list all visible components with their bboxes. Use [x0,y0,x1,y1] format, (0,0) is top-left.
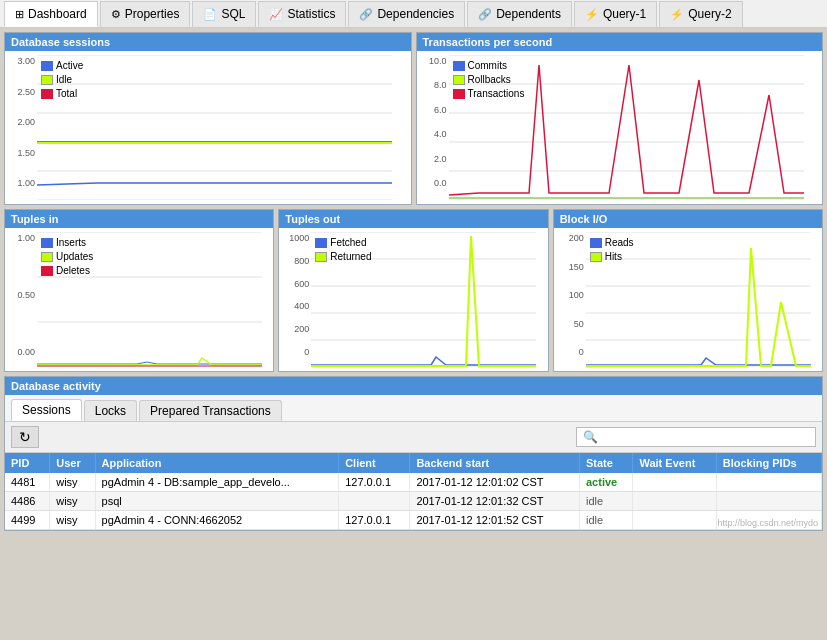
sessions-table: PID User Application Client Backend star… [5,453,822,530]
dependencies-icon: 🔗 [359,8,373,21]
table-container: PID User Application Client Backend star… [5,453,822,530]
db-sessions-legend: Active Idle Total [41,59,83,101]
col-blocking-pids: Blocking PIDs [716,453,821,473]
tuples-out-panel: Tuples out 1000 800 600 400 200 0 [278,209,548,372]
table-header-row: PID User Application Client Backend star… [5,453,822,473]
table-row[interactable]: 4481 wisy pgAdmin 4 - DB:sample_app_deve… [5,473,822,492]
col-application: Application [95,453,339,473]
tab-statistics[interactable]: 📈 Statistics [258,1,346,27]
tab-dashboard-label: Dashboard [28,7,87,21]
transactions-panel: Transactions per second 10.0 8.0 6.0 4.0… [416,32,824,205]
transactions-legend: Commits Rollbacks Transactions [453,59,525,101]
tab-statistics-label: Statistics [287,7,335,21]
db-sessions-panel: Database sessions 3.00 2.50 2.00 1.50 1.… [4,32,412,205]
cell-user: wisy [50,492,95,511]
tuples-in-chart: 1.00 0.50 0.00 [9,232,269,367]
cell-wait-event [633,511,716,530]
tab-prepared-transactions[interactable]: Prepared Transactions [139,400,282,421]
sql-icon: 📄 [203,8,217,21]
legend-idle: Idle [41,73,83,87]
cell-wait-event [633,473,716,492]
tab-sql-label: SQL [221,7,245,21]
col-user: User [50,453,95,473]
tab-sessions[interactable]: Sessions [11,399,82,421]
transactions-y-axis: 10.0 8.0 6.0 4.0 2.0 0.0 [421,55,449,200]
activity-title: Database activity [5,377,822,395]
activity-section: Database activity Sessions Locks Prepare… [4,376,823,531]
tab-query2[interactable]: ⚡ Query-2 [659,1,742,27]
block-io-chart: 200 150 100 50 0 [558,232,818,367]
tab-sql[interactable]: 📄 SQL [192,1,256,27]
tab-properties[interactable]: ⚙ Properties [100,1,191,27]
refresh-button[interactable]: ↻ [11,426,39,448]
cell-user: wisy [50,473,95,492]
block-io-legend: Reads Hits [590,236,634,264]
table-row[interactable]: 4486 wisy psql 2017-01-12 12:01:32 CST i… [5,492,822,511]
db-sessions-chart: 3.00 2.50 2.00 1.50 1.00 [9,55,407,200]
legend-active: Active [41,59,83,73]
cell-state: active [580,473,633,492]
dependents-icon: 🔗 [478,8,492,21]
tab-query1-label: Query-1 [603,7,646,21]
top-charts-row: Database sessions 3.00 2.50 2.00 1.50 1.… [4,32,823,205]
legend-total-label: Total [56,87,77,101]
tab-locks[interactable]: Locks [84,400,137,421]
legend-idle-label: Idle [56,73,72,87]
cell-backend-start: 2017-01-12 12:01:32 CST [410,492,580,511]
search-input[interactable] [598,430,809,444]
col-backend-start: Backend start [410,453,580,473]
statistics-icon: 📈 [269,8,283,21]
col-state: State [580,453,633,473]
tab-query1[interactable]: ⚡ Query-1 [574,1,657,27]
cell-wait-event [633,492,716,511]
table-row[interactable]: 4499 wisy pgAdmin 4 - CONN:4662052 127.0… [5,511,822,530]
properties-icon: ⚙ [111,8,121,21]
cell-pid: 4481 [5,473,50,492]
legend-active-color [41,61,53,71]
tuples-out-body: 1000 800 600 400 200 0 [279,228,547,371]
transactions-body: 10.0 8.0 6.0 4.0 2.0 0.0 [417,51,823,204]
transactions-chart: 10.0 8.0 6.0 4.0 2.0 0.0 [421,55,819,200]
tuples-in-legend: Inserts Updates Deletes [41,236,93,278]
watermark: http://blog.csdn.net/mydo [717,518,818,528]
db-sessions-svg [37,55,392,200]
cell-client [339,492,410,511]
dashboard-icon: ⊞ [15,8,24,21]
cell-pid: 4486 [5,492,50,511]
col-pid: PID [5,453,50,473]
cell-blocking-pids [716,492,821,511]
tab-query2-label: Query-2 [688,7,731,21]
tab-dependencies-label: Dependencies [377,7,454,21]
cell-backend-start: 2017-01-12 12:01:52 CST [410,511,580,530]
cell-state: idle [580,511,633,530]
tab-dashboard[interactable]: ⊞ Dashboard [4,1,98,27]
col-client: Client [339,453,410,473]
tab-dependents[interactable]: 🔗 Dependents [467,1,572,27]
tab-properties-label: Properties [125,7,180,21]
col-wait-event: Wait Event [633,453,716,473]
cell-application: pgAdmin 4 - DB:sample_app_develo... [95,473,339,492]
legend-active-label: Active [56,59,83,73]
query1-icon: ⚡ [585,8,599,21]
tuples-out-y-axis: 1000 800 600 400 200 0 [283,232,311,367]
block-io-panel: Block I/O 200 150 100 50 0 [553,209,823,372]
cell-client: 127.0.0.1 [339,511,410,530]
cell-backend-start: 2017-01-12 12:01:02 CST [410,473,580,492]
legend-total: Total [41,87,83,101]
block-io-y-axis: 200 150 100 50 0 [558,232,586,367]
cell-client: 127.0.0.1 [339,473,410,492]
activity-toolbar: ↻ 🔍 [5,422,822,453]
block-io-body: 200 150 100 50 0 [554,228,822,371]
activity-tabs-bar: Sessions Locks Prepared Transactions [5,395,822,422]
tab-dependencies[interactable]: 🔗 Dependencies [348,1,465,27]
tuples-out-title: Tuples out [279,210,547,228]
main-content: Database sessions 3.00 2.50 2.00 1.50 1.… [0,28,827,535]
nav-bar: ⊞ Dashboard ⚙ Properties 📄 SQL 📈 Statist… [0,0,827,28]
mid-charts-row: Tuples in 1.00 0.50 0.00 [4,209,823,372]
tab-dependents-label: Dependents [496,7,561,21]
legend-total-color [41,89,53,99]
cell-application: pgAdmin 4 - CONN:4662052 [95,511,339,530]
cell-pid: 4499 [5,511,50,530]
block-io-title: Block I/O [554,210,822,228]
legend-idle-color [41,75,53,85]
